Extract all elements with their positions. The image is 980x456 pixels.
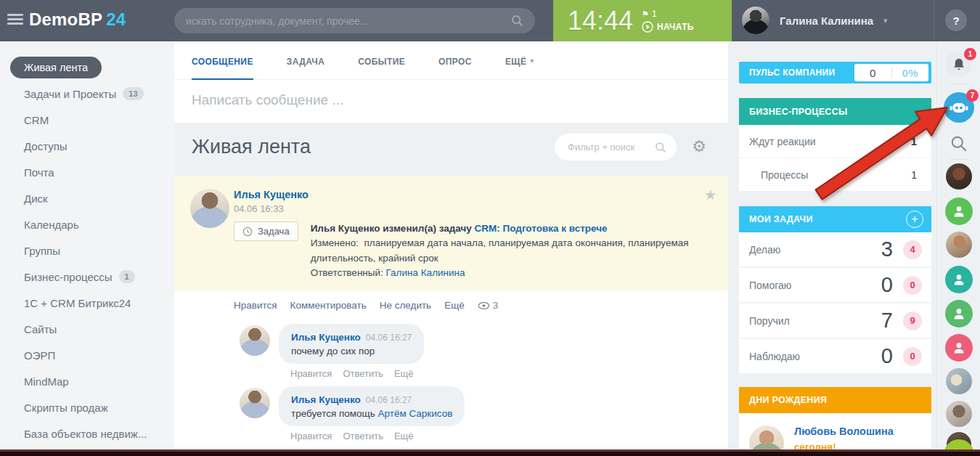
sidebar-item-access[interactable]: Доступы: [0, 133, 174, 159]
logo-24: 24: [106, 9, 126, 29]
top-bar: DemoBP24 искать сотрудника, документ, пр…: [0, 0, 980, 41]
more-action[interactable]: Ещё: [394, 431, 414, 441]
sidebar-item-groups[interactable]: Группы: [0, 237, 174, 264]
sidebar-item-oerp[interactable]: ОЭРП: [0, 342, 174, 368]
recent-contact-avatar[interactable]: [946, 401, 972, 427]
bp-row-processes[interactable]: Процессы 1: [739, 158, 931, 191]
comment-text: почему до сих пор: [291, 346, 412, 357]
sidebar-item-sales-scripts[interactable]: Скрипты продаж: [0, 394, 174, 420]
start-workday-button[interactable]: НАЧАТЬ: [642, 21, 694, 33]
flag-count: 1: [652, 9, 657, 19]
task-row-delegated[interactable]: Поручил 7 9: [739, 304, 931, 338]
recent-contact-avatar[interactable]: [945, 334, 973, 362]
eye-icon: [478, 301, 490, 310]
comment-text: требуется помощь Артём Саркисов: [291, 408, 452, 419]
birthday-person-link[interactable]: Любовь Волошина: [794, 426, 894, 437]
like-action[interactable]: Нравится: [290, 431, 332, 441]
hamburger-menu-icon[interactable]: [7, 14, 23, 27]
help-button[interactable]: ?: [945, 9, 967, 31]
task-alert-badge: 9: [903, 312, 922, 330]
recent-contact-avatar[interactable]: [946, 163, 972, 190]
more-action[interactable]: Ещё: [444, 300, 465, 311]
tab-more[interactable]: ЕЩЁ▾: [505, 57, 534, 79]
user-name: Галина Калинина: [780, 15, 873, 27]
recent-contact-avatar[interactable]: [946, 232, 972, 258]
sidebar-item-sites[interactable]: Сайты: [0, 316, 174, 342]
left-sidebar: Живая лента Задачи и Проекты13 CRM Досту…: [0, 41, 174, 456]
like-action[interactable]: Нравится: [290, 368, 332, 379]
reply-action[interactable]: Ответить: [343, 368, 383, 379]
post-author-link[interactable]: Илья Кущенко: [234, 189, 712, 200]
task-badge-label: Задача: [258, 226, 290, 237]
recent-contact-avatar[interactable]: [945, 198, 973, 225]
post-body: Илья Кущенко изменил(а) задачу CRM: Подг…: [311, 221, 712, 280]
feed-filter-input[interactable]: Фильтр + поиск: [555, 134, 677, 160]
notifications-button[interactable]: 1: [946, 51, 972, 77]
rail-divider: [950, 84, 968, 84]
like-action[interactable]: Нравится: [234, 300, 277, 311]
tab-task[interactable]: ЗАДАЧА: [287, 57, 324, 79]
tab-poll[interactable]: ОПРОС: [438, 57, 472, 79]
responsible-link[interactable]: Галина Калинина: [386, 267, 465, 278]
business-processes-widget-header[interactable]: БИЗНЕС-ПРОЦЕССЫ: [739, 98, 931, 125]
sidebar-item-realty-db[interactable]: База объектов недвиж...: [0, 420, 174, 447]
messenger-button[interactable]: 7: [944, 92, 974, 123]
clock-time: 14:44: [568, 6, 633, 36]
sidebar-item-1c-crm[interactable]: 1С + CRM Битрикс24: [0, 290, 174, 316]
comment-action[interactable]: Комментировать: [290, 300, 367, 311]
sidebar-item-tasks-projects[interactable]: Задачи и Проекты13: [0, 81, 174, 107]
pulse-percent: 0%: [892, 67, 929, 79]
task-type-badge[interactable]: Задача: [234, 221, 298, 241]
task-link[interactable]: CRM: Подготовка к встрече: [475, 223, 608, 234]
more-action[interactable]: Ещё: [394, 368, 414, 379]
star-icon[interactable]: ★: [704, 187, 716, 203]
bp-row-awaiting[interactable]: Ждут реакции 1: [739, 125, 931, 158]
task-row-watching[interactable]: Наблюдаю 0 0: [739, 339, 931, 373]
user-menu[interactable]: Галина Калинина ▾: [742, 7, 888, 34]
comment-author-link[interactable]: Илья Кущенко: [291, 394, 361, 405]
comment-author-link[interactable]: Илья Кущенко: [291, 332, 361, 343]
recent-contact-avatar[interactable]: [945, 266, 973, 293]
app-logo: DemoBP24: [29, 9, 126, 30]
tab-message[interactable]: СООБЩЕНИЕ: [192, 57, 253, 80]
comment-author-avatar[interactable]: [240, 325, 270, 356]
message-composer-input[interactable]: Написать сообщение ...: [174, 80, 728, 123]
sidebar-item-mail[interactable]: Почта: [0, 159, 174, 185]
comment-datetime: 04.06 16:27: [366, 333, 412, 343]
sidebar-item-mindmap[interactable]: MindMap: [0, 368, 174, 394]
sidebar-item-business-processes[interactable]: Бизнес-процессы1: [0, 264, 174, 290]
sidebar-item-drive[interactable]: Диск: [0, 185, 174, 211]
comment-item: Илья Кущенко04.06 16:27 почему до сих по…: [240, 324, 706, 379]
reply-action[interactable]: Ответить: [343, 431, 383, 441]
task-row-doing[interactable]: Делаю 3 4: [739, 232, 931, 266]
global-search-input[interactable]: искать сотрудника, документ, прочее...: [174, 8, 535, 33]
post-author-avatar[interactable]: [190, 189, 229, 228]
recent-contact-avatar[interactable]: [945, 300, 973, 327]
my-tasks-widget-header[interactable]: МОИ ЗАДАЧИ +: [739, 206, 931, 232]
comments-list: Илья Кущенко04.06 16:27 почему до сих по…: [174, 324, 728, 441]
global-search-placeholder: искать сотрудника, документ, прочее...: [186, 15, 511, 27]
sidebar-item-live-feed[interactable]: Живая лента: [0, 54, 174, 81]
birthdays-widget-header[interactable]: ДНИ РОЖДЕНИЯ: [739, 387, 931, 413]
unfollow-action[interactable]: Не следить: [380, 300, 431, 311]
add-task-button[interactable]: +: [906, 211, 923, 228]
recent-contact-avatar[interactable]: [946, 368, 972, 394]
user-avatar[interactable]: [742, 7, 769, 34]
bp-awaiting-count: 1: [911, 135, 917, 147]
views-counter: 3: [478, 300, 499, 311]
company-pulse-widget[interactable]: ПУЛЬС КОМПАНИИ 0 0%: [739, 62, 931, 84]
person-icon: [952, 306, 966, 321]
gear-icon[interactable]: ⚙: [692, 139, 706, 155]
tab-event[interactable]: СОБЫТИЕ: [358, 57, 405, 79]
mention-link[interactable]: Артём Саркисов: [378, 408, 453, 419]
comment-author-avatar[interactable]: [240, 388, 270, 418]
pulse-count: 0: [854, 67, 891, 79]
search-button[interactable]: [950, 134, 968, 156]
chevron-down-icon: ▾: [883, 16, 888, 25]
sidebar-item-calendar[interactable]: Календарь: [0, 211, 174, 237]
sidebar-item-crm[interactable]: CRM: [0, 107, 174, 133]
task-row-helping[interactable]: Помогаю 0 0: [739, 268, 931, 302]
topbar-divider: [934, 0, 934, 41]
changed-fields: планируемая дата начала, планируемая дат…: [311, 237, 689, 263]
worktime-clock-widget[interactable]: 14:44 ⚑ 1 НАЧАТЬ: [553, 0, 732, 41]
